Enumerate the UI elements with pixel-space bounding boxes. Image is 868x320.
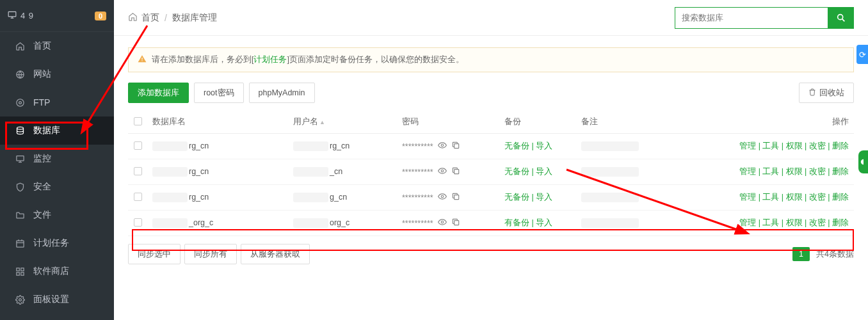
search-button[interactable]	[828, 7, 854, 29]
op-changepass[interactable]: 改密	[809, 167, 826, 176]
bottom-row: 同步选中 同步所有 从服务器获取 1 共4条数据	[128, 244, 854, 264]
row-checkbox[interactable]	[134, 193, 142, 201]
breadcrumb-bar: 首页 / 数据库管理	[114, 0, 868, 36]
password-mask: **********	[402, 193, 433, 202]
op-delete[interactable]: 删除	[832, 141, 849, 150]
float-tab-blue[interactable]: ⟳	[856, 45, 868, 64]
op-delete[interactable]: 删除	[832, 193, 849, 202]
op-tools[interactable]: 工具	[762, 167, 779, 176]
op-manage[interactable]: 管理	[739, 193, 756, 202]
backup-link[interactable]: 无备份	[504, 141, 529, 150]
db-name: rg_cn	[189, 193, 209, 202]
sidebar-item-home[interactable]: 首页	[0, 32, 114, 60]
op-manage[interactable]: 管理	[739, 218, 756, 227]
row-checkbox[interactable]	[134, 218, 142, 227]
op-perm[interactable]: 权限	[786, 193, 803, 202]
import-link[interactable]: 导入	[536, 193, 552, 202]
import-link[interactable]: 导入	[536, 218, 552, 227]
add-database-button[interactable]: 添加数据库	[128, 83, 189, 103]
db-icon	[14, 126, 26, 136]
row-checkbox[interactable]	[134, 167, 142, 175]
op-separator: |	[756, 193, 762, 202]
sidebar-item-globe[interactable]: 网站	[0, 60, 114, 88]
op-manage[interactable]: 管理	[739, 141, 756, 150]
notification-badge[interactable]: 0	[95, 12, 106, 20]
home-icon[interactable]	[128, 12, 138, 24]
op-perm[interactable]: 权限	[786, 167, 803, 176]
op-separator: |	[529, 193, 536, 202]
grid-icon	[14, 267, 26, 276]
search-input[interactable]	[675, 7, 828, 29]
op-tools[interactable]: 工具	[762, 218, 779, 227]
copy-icon[interactable]	[451, 141, 460, 152]
import-link[interactable]: 导入	[536, 167, 552, 176]
copy-icon[interactable]	[451, 166, 460, 177]
content: 请在添加数据库后，务必到[计划任务]页面添加定时备份任务，以确保您的数据安全。 …	[114, 36, 868, 264]
op-changepass[interactable]: 改密	[809, 218, 826, 227]
breadcrumb-home[interactable]: 首页	[141, 12, 159, 24]
table-row: rg_cn_cn**********无备份 | 导入管理 | 工具 | 权限 |…	[128, 159, 854, 185]
sidebar-item-calendar[interactable]: 计划任务	[0, 229, 114, 257]
op-separator: |	[826, 218, 832, 227]
float-tab-green[interactable]	[858, 150, 868, 173]
op-perm[interactable]: 权限	[786, 218, 803, 227]
fetch-server-button[interactable]: 从服务器获取	[241, 244, 310, 264]
table-row: _org_corg_c**********有备份 | 导入管理 | 工具 | 权…	[128, 211, 854, 236]
sidebar-item-ftp[interactable]: FTP	[0, 88, 114, 116]
sidebar-item-gear[interactable]: 面板设置	[0, 285, 114, 314]
op-delete[interactable]: 删除	[832, 167, 849, 176]
op-separator: |	[826, 141, 832, 150]
db-name: rg_cn	[189, 141, 209, 150]
select-all-checkbox[interactable]	[134, 117, 142, 125]
sidebar-item-monitor[interactable]: 监控	[0, 145, 114, 173]
row-checkbox[interactable]	[134, 141, 142, 150]
svg-rect-10	[16, 241, 23, 247]
col-header-user[interactable]: 用户名▲	[288, 111, 397, 134]
eye-icon[interactable]	[438, 192, 447, 203]
op-delete[interactable]: 删除	[832, 218, 849, 227]
sidebar-item-shield[interactable]: 安全	[0, 173, 114, 201]
op-changepass[interactable]: 改密	[809, 141, 826, 150]
sidebar-item-db[interactable]: 数据库	[0, 116, 114, 145]
password-mask: **********	[402, 219, 433, 228]
backup-link[interactable]: 无备份	[504, 193, 529, 202]
backup-link[interactable]: 有备份	[504, 218, 529, 227]
op-changepass[interactable]: 改密	[809, 193, 826, 202]
eye-icon[interactable]	[438, 166, 447, 177]
op-separator: |	[826, 167, 832, 176]
svg-rect-16	[16, 272, 19, 275]
recycle-bin-button[interactable]: 回收站	[799, 83, 854, 103]
eye-icon[interactable]	[438, 218, 447, 228]
copy-icon[interactable]	[451, 192, 460, 203]
root-password-button[interactable]: root密码	[194, 83, 244, 103]
copy-icon[interactable]	[451, 218, 460, 228]
shield-icon	[14, 182, 26, 192]
phpmyadmin-button[interactable]: phpMyAdmin	[249, 83, 315, 103]
sidebar: 4 9 0 首页网站FTP数据库监控安全文件计划任务软件商店面板设置	[0, 0, 114, 320]
globe-icon	[14, 70, 26, 79]
op-tools[interactable]: 工具	[762, 193, 779, 202]
remark-blur	[581, 218, 639, 228]
breadcrumb: 首页 / 数据库管理	[128, 12, 217, 24]
action-row: 添加数据库 root密码 phpMyAdmin 回收站	[128, 83, 854, 103]
recycle-label: 回收站	[819, 88, 844, 99]
svg-point-23	[441, 170, 444, 172]
import-link[interactable]: 导入	[536, 141, 552, 150]
sync-all-button[interactable]: 同步所有	[184, 244, 237, 264]
table-row: rg_cnrg_cn**********无备份 | 导入管理 | 工具 | 权限…	[128, 134, 854, 159]
op-tools[interactable]: 工具	[762, 141, 779, 150]
eye-icon[interactable]	[438, 141, 447, 152]
svg-point-5	[19, 101, 21, 104]
op-manage[interactable]: 管理	[739, 167, 756, 176]
backup-link[interactable]: 无备份	[504, 167, 529, 176]
sync-selected-button[interactable]: 同步选中	[128, 244, 181, 264]
col-header-name[interactable]: 数据库名	[147, 111, 288, 134]
alert-link[interactable]: 计划任务	[253, 54, 287, 65]
sidebar-item-grid[interactable]: 软件商店	[0, 257, 114, 285]
sidebar-item-folder[interactable]: 文件	[0, 201, 114, 229]
page-number[interactable]: 1	[792, 247, 810, 261]
svg-line-20	[842, 19, 845, 21]
op-separator: |	[529, 141, 536, 150]
op-separator: |	[779, 167, 785, 176]
op-perm[interactable]: 权限	[786, 141, 803, 150]
